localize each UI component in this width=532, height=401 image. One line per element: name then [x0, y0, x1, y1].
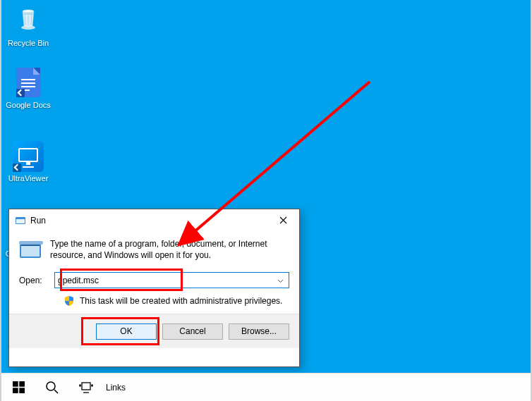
task-view-button[interactable] — [69, 374, 103, 402]
run-description-text: Type the name of a program, folder, docu… — [50, 238, 289, 262]
run-titlebar[interactable]: Run — [9, 209, 299, 231]
taskbar-links-label: Links — [106, 383, 126, 393]
svg-rect-11 — [19, 381, 25, 387]
browse-button[interactable]: Browse... — [229, 323, 289, 340]
search-icon — [45, 381, 59, 395]
svg-rect-4 — [16, 218, 25, 219]
svg-rect-8 — [19, 241, 43, 245]
uac-shield-icon — [64, 295, 74, 307]
run-open-label: Open: — [19, 276, 54, 285]
svg-rect-6 — [21, 246, 40, 257]
run-program-icon — [19, 240, 43, 262]
shortcut-arrow-icon — [13, 164, 21, 172]
windows-logo-icon — [13, 381, 25, 393]
run-title-text: Run — [30, 216, 267, 226]
run-button-bar: OK Cancel Browse... — [9, 314, 299, 348]
shortcut-arrow-icon — [16, 89, 25, 97]
svg-rect-10 — [13, 381, 18, 387]
recycle-bin-label: Recycle Bin — [1, 39, 55, 48]
svg-line-15 — [54, 390, 58, 393]
run-open-combobox[interactable] — [54, 272, 289, 288]
desktop-background[interactable]: Recycle Bin Google Docs UltraViewe — [1, 0, 531, 373]
ok-button[interactable]: OK — [96, 323, 157, 340]
svg-rect-13 — [19, 388, 25, 393]
run-titlebar-icon — [15, 215, 26, 226]
svg-point-1 — [23, 10, 34, 13]
taskbar: Links — [1, 373, 531, 401]
ultraviewer-icon[interactable]: UltraViewer — [1, 141, 55, 183]
search-button[interactable] — [35, 374, 69, 402]
google-docs-label: Google Docs — [1, 101, 55, 110]
taskbar-links-toolbar[interactable]: Links — [103, 383, 126, 393]
svg-rect-16 — [82, 383, 90, 390]
svg-point-14 — [47, 382, 55, 390]
cancel-button[interactable]: Cancel — [162, 323, 223, 340]
run-dialog: Run Type the name of a program, folder, — [8, 209, 300, 367]
run-open-input[interactable] — [58, 276, 274, 285]
recycle-bin-icon[interactable]: Recycle Bin — [1, 6, 55, 48]
close-button[interactable] — [267, 210, 299, 231]
start-button[interactable] — [1, 374, 35, 402]
close-icon — [279, 216, 287, 224]
svg-rect-12 — [13, 388, 18, 393]
google-docs-icon[interactable]: Google Docs — [1, 68, 55, 110]
chevron-down-icon[interactable] — [274, 276, 286, 285]
ultraviewer-label: UltraViewer — [1, 174, 55, 183]
task-view-icon — [79, 382, 93, 393]
run-admin-note-text: This task will be created with administr… — [80, 296, 282, 306]
